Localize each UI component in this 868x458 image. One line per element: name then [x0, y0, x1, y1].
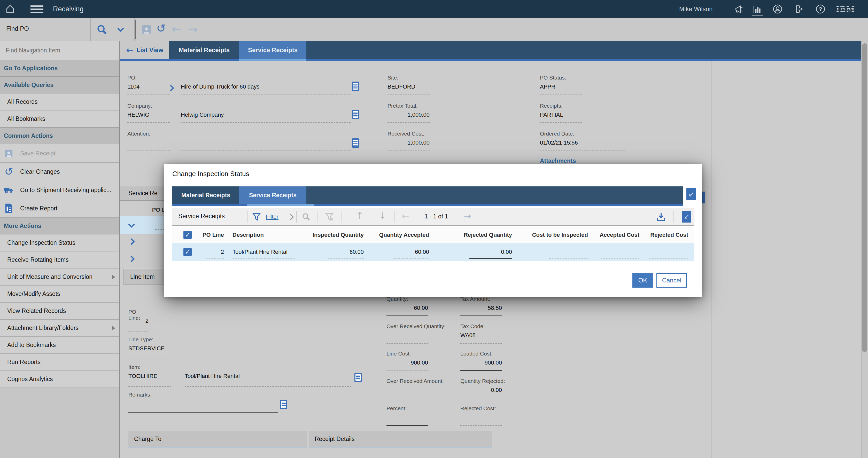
- dialog-tab-material-receipts[interactable]: Material Receipts: [172, 187, 239, 204]
- field-pretax-total: Pretax Total: 1,000.00: [388, 103, 430, 123]
- dialog-table-row[interactable]: ✓ 2 Tool/Plant Hire Rental 60.00 60.00 0…: [172, 243, 694, 261]
- charge-to-section-header[interactable]: Charge To: [128, 431, 307, 448]
- sidebar-item-view-related-records[interactable]: View Related Records: [0, 302, 119, 320]
- clear-changes-icon[interactable]: ↻: [156, 22, 166, 35]
- field-loaded-cost: Loaded Cost: 900.00: [460, 351, 502, 371]
- company-description-input[interactable]: Helwig Company: [181, 111, 351, 123]
- truck-icon: [4, 185, 14, 195]
- column-header[interactable]: Cost to be Inspected: [512, 227, 588, 243]
- percent-input[interactable]: [386, 414, 428, 426]
- column-header[interactable]: Rejected Quantity: [429, 227, 512, 243]
- column-header[interactable]: PO Line: [201, 227, 224, 243]
- tab-material-receipts[interactable]: Material Receipts: [169, 41, 239, 59]
- expand-row-chevron-icon[interactable]: [128, 256, 134, 262]
- field-attention: Attention:: [127, 131, 170, 151]
- sidebar-item-all-records[interactable]: All Records: [0, 94, 119, 110]
- select-all-checkbox[interactable]: ✓: [183, 231, 192, 239]
- sidebar-item-receive-rotating-items[interactable]: Receive Rotating Items: [0, 252, 119, 268]
- attachments-link[interactable]: Attachments: [540, 158, 576, 164]
- search-icon[interactable]: [96, 24, 108, 37]
- reports-chart-icon[interactable]: [752, 4, 763, 16]
- sidebar-item-unit-of-measure[interactable]: Unit of Measure and Conversion: [0, 268, 119, 286]
- rejected-quantity-cell[interactable]: 0.00: [429, 243, 512, 261]
- column-header[interactable]: Description: [224, 227, 296, 243]
- bg-table-row[interactable]: [120, 251, 165, 268]
- sidebar-item-run-reports[interactable]: Run Reports: [0, 354, 119, 371]
- attention-detail-icon[interactable]: [352, 138, 359, 148]
- column-header[interactable]: Inspected Quantity: [296, 227, 364, 243]
- tab-list-view[interactable]: ← List View: [120, 41, 169, 59]
- sidebar-item-cognos-analytics[interactable]: Cognos Analytics: [0, 371, 119, 388]
- attention-input[interactable]: [127, 139, 170, 151]
- company-input[interactable]: HELWIG: [127, 111, 170, 123]
- logout-icon[interactable]: [794, 4, 804, 14]
- sidebar-item-create-report[interactable]: Create Report: [0, 199, 119, 218]
- bg-table-row-expanded[interactable]: [120, 216, 165, 234]
- sidebar-header-common-actions[interactable]: Common Actions: [0, 128, 119, 144]
- quantity-accepted-cell[interactable]: 60.00: [364, 243, 429, 261]
- item-detail-icon[interactable]: [354, 373, 362, 382]
- sidebar-header-queries[interactable]: Available Queries: [0, 77, 119, 94]
- receipt-details-section-header[interactable]: Receipt Details: [309, 431, 492, 448]
- filter-expand-chevron-icon[interactable]: [287, 214, 294, 220]
- remarks-detail-icon[interactable]: [280, 400, 287, 409]
- sidebar-item-attachment-library[interactable]: Attachment Library/Folders: [0, 320, 119, 337]
- user-name[interactable]: Mike Wilson: [679, 5, 712, 13]
- column-header[interactable]: Quantity Accepted: [364, 227, 429, 243]
- remarks-input[interactable]: [128, 400, 278, 413]
- po-description-input[interactable]: Hire of Dump Truck for 60 days: [181, 84, 351, 95]
- item-input[interactable]: TOOLHIRE: [128, 373, 171, 387]
- bg-table-row[interactable]: [120, 234, 165, 251]
- find-navigation-input[interactable]: [0, 47, 104, 54]
- home-icon[interactable]: [5, 4, 15, 14]
- tax-amount-input[interactable]: 58.50: [460, 305, 502, 316]
- save-icon: [4, 149, 14, 158]
- find-navigation-field[interactable]: [0, 41, 119, 60]
- table-minimize-button[interactable]: ↙: [682, 211, 691, 223]
- row-checkbox[interactable]: ✓: [183, 248, 192, 256]
- sidebar-item-all-bookmarks[interactable]: All Bookmarks: [0, 110, 119, 128]
- sidebar-item-clear-changes[interactable]: ↻ Clear Changes: [0, 163, 119, 181]
- filter-icon[interactable]: [252, 212, 261, 222]
- ordered-date-input[interactable]: 01/02/21 15:56: [540, 139, 625, 151]
- dialog-table-minimize-button[interactable]: ↙: [686, 188, 696, 200]
- profile-icon[interactable]: [772, 4, 783, 14]
- content-divider: [711, 61, 712, 458]
- download-icon[interactable]: [656, 212, 666, 222]
- inspected-quantity-cell[interactable]: 60.00: [296, 243, 364, 261]
- search-options-chevron-icon[interactable]: [117, 25, 124, 32]
- column-header[interactable]: Accepted Cost: [588, 227, 640, 243]
- received-cost-value: 1,000.00: [388, 139, 430, 151]
- sidebar-item-move-modify-assets[interactable]: Move/Modify Assets: [0, 286, 119, 302]
- sidebar-header-goto[interactable]: Go To Applications: [0, 60, 119, 77]
- dialog-tab-service-receipts[interactable]: Service Receipts: [239, 187, 306, 204]
- vertical-scrollbar-thumb[interactable]: [862, 43, 867, 352]
- menu-icon[interactable]: [30, 5, 43, 13]
- cancel-button[interactable]: Cancel: [656, 273, 687, 288]
- item-description-input[interactable]: Tool/Plant Hire Rental: [185, 373, 351, 387]
- loaded-cost-input[interactable]: 900.00: [460, 359, 502, 371]
- table-search-icon: [302, 212, 311, 222]
- tab-service-receipts[interactable]: Service Receipts: [239, 41, 306, 59]
- sidebar-item-change-inspection-status[interactable]: Change Inspection Status: [0, 234, 119, 252]
- company-detail-icon[interactable]: [352, 110, 359, 119]
- po-input[interactable]: 1104: [127, 84, 170, 95]
- quantity-input[interactable]: 60.00: [386, 305, 428, 316]
- announcement-icon[interactable]: [734, 4, 744, 14]
- sidebar-header-more-actions[interactable]: More Actions: [0, 218, 119, 234]
- attention-description-input[interactable]: [181, 139, 351, 151]
- filter-link[interactable]: Filter: [266, 214, 278, 220]
- description-cell[interactable]: Tool/Plant Hire Rental: [224, 243, 296, 261]
- tax-code-input[interactable]: WA08: [460, 332, 502, 344]
- expand-row-chevron-icon[interactable]: [128, 238, 134, 245]
- find-po-input[interactable]: [6, 25, 84, 33]
- po-status-value: APPR: [540, 84, 582, 95]
- po-long-description-icon[interactable]: [352, 81, 359, 91]
- move-row-down-icon: ↓: [378, 210, 386, 221]
- collapse-row-chevron-icon[interactable]: [128, 221, 134, 227]
- sidebar-item-add-to-bookmarks[interactable]: Add to Bookmarks: [0, 337, 119, 354]
- column-header[interactable]: Rejected Cost: [640, 227, 688, 243]
- ok-button[interactable]: OK: [632, 273, 653, 288]
- sidebar-item-go-to-shipment[interactable]: Go to Shipment Receiving applic...: [0, 181, 119, 199]
- help-icon[interactable]: ?: [815, 4, 826, 14]
